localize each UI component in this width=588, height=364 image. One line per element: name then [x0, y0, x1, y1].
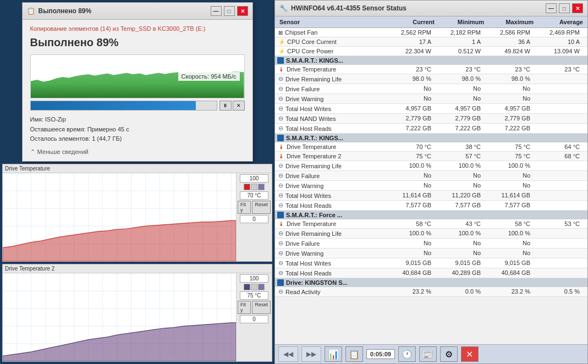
thermometer-icon: 🌡 [278, 220, 284, 227]
graph2-area[interactable] [3, 273, 236, 361]
table-row: ⚡ CPU Core Power 22.304 W 0.512 W 49.824… [275, 47, 587, 56]
gear-icon: ⚙ [445, 349, 453, 360]
dialog-body: Копирование элементов (14) из Temp_SSD в… [23, 20, 252, 161]
svg-marker-22 [3, 220, 236, 261]
sensor-average [534, 104, 583, 113]
sensor-average [534, 74, 583, 84]
thermometer-icon: 🌡 [278, 66, 284, 73]
circle-icon: ⊖ [278, 240, 283, 247]
table-row: ⊖ Drive Remaining Life 98.0 % 98.0 % 98.… [275, 74, 587, 84]
sensor-average [534, 201, 583, 210]
sensor-current: 4,957 GB [385, 104, 435, 113]
graph2-max: 100 [240, 274, 268, 283]
sensor-current: No [385, 249, 435, 258]
close-button[interactable]: ✕ [237, 6, 248, 16]
progress-graph: Скорость: 954 МБ/с [30, 54, 245, 98]
maximize-button[interactable]: □ [224, 6, 235, 16]
report-button[interactable]: 📋 [345, 346, 363, 362]
circle-icon: ⊖ [278, 250, 283, 257]
sensor-name: ⊖ Total Host Writes [275, 258, 385, 268]
hwinfo-minimize-button[interactable]: — [546, 3, 557, 13]
sensor-name: ⊠ Chipset Fan [275, 28, 385, 37]
back-button[interactable]: ◀◀ [278, 346, 298, 362]
hwinfo-titlebar: 🔧 HWiNFO64 v6.41-4355 Sensor Status — □ … [275, 1, 587, 16]
sensor-average [534, 181, 583, 190]
sensor-maximum: 23 °C [484, 65, 534, 74]
sensor-minimum: 2,779 GB [435, 114, 484, 123]
sensor-name: ⊖ Drive Warning [275, 94, 385, 103]
minimize-button[interactable]: — [211, 6, 222, 16]
graph2-current: 75 °C [240, 291, 268, 300]
less-info-button[interactable]: ⌃ Меньше сведений [30, 148, 245, 156]
sensor-current: No [385, 94, 435, 103]
graph1-color3[interactable] [258, 184, 265, 190]
sensor-name: ⊖ Total Host Writes [275, 104, 385, 113]
table-row: ⊖ Total Host Reads 7,577 GB 7,577 GB 7,5… [275, 201, 587, 211]
sensor-minimum: 100.0 % [435, 161, 484, 170]
sensor-button[interactable]: 📊 [325, 346, 342, 362]
graph2-color3[interactable] [258, 284, 265, 290]
graph1-colors [244, 184, 265, 190]
cancel-button[interactable]: ✕ [233, 101, 245, 111]
sensor-average [534, 161, 583, 170]
sensor-name: 🌡 Drive Temperature 2 [275, 152, 385, 161]
circle-icon: ⊖ [278, 230, 283, 237]
graph1-reset-button[interactable]: Reset [252, 201, 271, 214]
sensor-maximum: 100.0 % [484, 229, 534, 238]
sensor-name: ⊖ Read Activity [275, 287, 385, 296]
forward-button[interactable]: ▶▶ [301, 346, 321, 362]
sensor-maximum: 2,586 RPM [484, 28, 534, 37]
graph1-fity-button[interactable]: Fit y [238, 201, 251, 214]
group-header-1: S.M.A.R.T.: KINGS... [275, 56, 587, 65]
sensor-current: 7,577 GB [385, 201, 435, 210]
circle-icon: ⊖ [278, 202, 283, 209]
hwinfo-title: HWiNFO64 v6.41-4355 Sensor Status [291, 4, 406, 12]
sensor-current: 23 °C [385, 65, 435, 74]
graph1-color1[interactable] [244, 184, 250, 190]
sensor-maximum: 4,957 GB [484, 104, 534, 113]
sensor-name: ⚡ CPU Core Current [275, 37, 385, 46]
table-row: ⊖ Drive Warning No No No [275, 249, 587, 258]
sensor-name: ⊖ Drive Warning [275, 181, 385, 190]
sensor-minimum: 9,015 GB [435, 258, 484, 268]
sensor-minimum: 57 °C [435, 152, 484, 161]
close-footer-button[interactable]: ✕ [461, 346, 479, 362]
sensor-maximum: 7,577 GB [484, 201, 534, 210]
clock-button[interactable]: 🕐 [398, 346, 416, 362]
sensor-maximum: No [484, 84, 534, 93]
sensor-current: 23.2 % [385, 287, 435, 296]
sensor-name: ⊖ Drive Warning [275, 249, 385, 258]
table-row: ⊖ Total Host Writes 4,957 GB 4,957 GB 4,… [275, 104, 587, 114]
graph2-reset-button[interactable]: Reset [252, 301, 271, 314]
pause-button[interactable]: ⏸ [219, 101, 232, 111]
sensor-maximum: 23.2 % [484, 287, 534, 296]
graph1-area[interactable] [3, 173, 236, 261]
sensor-average [534, 268, 583, 278]
sensor-maximum: 36 A [484, 37, 534, 46]
graph2-colors [244, 284, 265, 290]
graph1-color2[interactable] [251, 184, 257, 190]
layout-button[interactable]: 📰 [419, 346, 437, 362]
table-row: ⊖ Drive Remaining Life 100.0 % 100.0 % 1… [275, 161, 587, 171]
table-row: 🌡 Drive Temperature 70 °C 38 °C 75 °C 64… [275, 142, 587, 152]
sensor-maximum: No [484, 171, 534, 180]
sensor-name: ⊖ Total Host Writes [275, 191, 385, 200]
sensor-minimum: No [435, 94, 484, 103]
hwinfo-body[interactable]: ⊠ Chipset Fan 2,562 RPM 2,182 RPM 2,586 … [275, 28, 587, 344]
graph2-color1[interactable] [244, 284, 250, 290]
graph2-fity-button[interactable]: Fit y [238, 301, 251, 314]
sensor-average: 68 °C [534, 152, 583, 161]
progress-bar-fill [31, 101, 196, 110]
hwinfo-panel: 🔧 HWiNFO64 v6.41-4355 Sensor Status — □ … [274, 0, 588, 364]
sensor-current: 100.0 % [385, 161, 435, 170]
settings-button[interactable]: ⚙ [440, 346, 458, 362]
hwinfo-close-button[interactable]: ✕ [572, 3, 583, 13]
graph2-color2[interactable] [251, 284, 257, 290]
sensor-maximum: 40,684 GB [484, 268, 534, 278]
sensor-minimum: 43 °C [435, 219, 484, 228]
sensor-average [534, 229, 583, 238]
hwinfo-maximize-button[interactable]: □ [559, 3, 570, 13]
sensor-name: ⚡ CPU Core Power [275, 47, 385, 56]
sensor-current: No [385, 239, 435, 248]
sensor-minimum: No [435, 181, 484, 190]
